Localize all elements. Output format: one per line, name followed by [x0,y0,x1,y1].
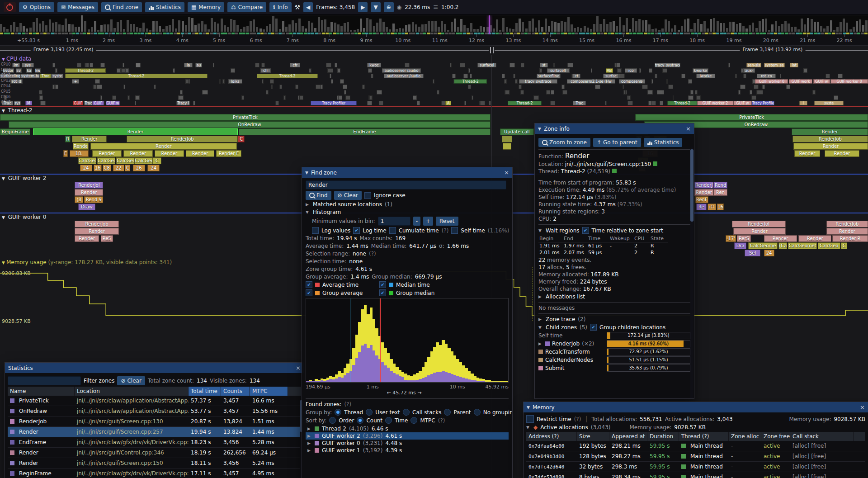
cpu-zone-segment[interactable]: syste [814,101,844,105]
cpu-zone-segment[interactable]: system-backe [21,74,40,78]
cpu-zone-segment[interactable]: GUIF worker 2 [697,101,734,105]
radio-time[interactable] [385,417,392,424]
cpu-zone-segment[interactable]: surfacel [477,63,496,67]
column-header-appearedat[interactable]: Appeared at [609,432,647,441]
zone-segment[interactable]: Sel [745,250,760,256]
zone-segment[interactable]: Update call [500,128,534,135]
find-button[interactable]: Find [306,191,331,200]
min-bin-decrease-button[interactable]: - [413,217,420,226]
collapse-icon[interactable]: ▼ [526,425,531,430]
zone-info-scrollbar[interactable] [690,147,693,399]
cpu-zone-segment[interactable]: aux- [743,68,755,73]
checkbox-self-time[interactable] [451,227,458,234]
reset-button[interactable]: Reset [436,217,458,226]
allocation-row[interactable]: 0x7dfc53d8988 bytes298.34 ms59.95 sMain … [526,472,865,478]
min-bin-increase-button[interactable]: + [423,217,433,226]
cpu-zone-segment[interactable]: AB [606,68,613,73]
cpu-zone-segment[interactable] [136,63,141,67]
zone-segment[interactable]: rff [708,204,716,210]
legend-checkbox[interactable]: ✔ [379,281,386,288]
radio-order[interactable] [329,417,336,424]
zone-segment[interactable]: Render [186,150,214,157]
allocation-row[interactable]: 0x7dfaa64e00192 bytes298.21 ms59.95 sMai… [526,441,865,451]
collapse-icon[interactable]: ▼ [538,127,541,131]
cpu-zone-segment[interactable]: st [540,63,547,67]
zone-segment[interactable]: (8 [75,196,83,203]
checkbox-log-values[interactable] [312,227,319,234]
child-zone-row[interactable]: Submit35.63 µs (0.79%) [538,364,690,372]
column-header-thread[interactable]: Thread (?) [679,432,729,441]
cpu-zone-segment[interactable]: GUIF worker 0 [755,79,788,84]
column-header-name[interactable]: Name [8,387,75,396]
zone-segment[interactable]: F [63,150,68,157]
zone-segment[interactable]: Render [155,150,184,157]
expand-icon[interactable]: ▶ [307,448,312,453]
zone-segment[interactable]: RenderJ [694,182,713,189]
legend-checkbox[interactable]: ✔ [379,289,386,296]
zone-segment[interactable]: Render [792,128,868,135]
collapse-icon[interactable]: ▼ [538,228,543,233]
child-zone-row[interactable]: ▶RenderJob(×2)4.16 ms (92.60%) [538,340,690,347]
zone-segment[interactable] [502,136,512,142]
zone-segment[interactable]: CalcGeome [78,157,96,164]
cpu-zone-segment[interactable]: surfacefline [537,74,561,78]
collapse-icon[interactable]: ▼ [306,210,310,214]
cpu-zone-segment[interactable]: Tracy I [176,101,190,105]
child-zone-row[interactable]: RecalcTransform72.92 µs (1.62%) [538,348,690,355]
cpu-zone-segment[interactable]: surfacefl [547,68,570,73]
cpu-zone-segment[interactable]: iworke [696,74,715,78]
cpu-zone-segment[interactable]: composer@2.1-se (Hw [567,79,616,84]
zone-segment[interactable]: Render F [216,150,241,157]
expand-icon[interactable]: ▶ [538,317,543,322]
cpu-zone-segment[interactable]: Thread-2 [65,68,106,73]
group-children-checkbox[interactable]: ✔ [590,324,597,331]
zone-segment[interactable]: C [841,242,847,249]
zone-segment[interactable]: RenF [695,196,708,203]
cpu-zone-segment[interactable]: composer@ [619,79,645,84]
close-icon[interactable]: × [504,169,509,176]
restrict-time-checkbox[interactable] [526,415,534,423]
zone-segment[interactable]: Render [72,136,107,142]
clear-button[interactable]: ⊘Clear [334,191,362,200]
cpu-zone-segment[interactable]: GUIF w [733,101,751,105]
zone-segment[interactable]: RerS [737,235,751,242]
zone-segment[interactable]: Re5 [101,235,113,242]
messages-button[interactable]: ✉Messages [57,2,98,12]
expand-icon[interactable]: ▶ [307,434,312,438]
cpu-zone-segment[interactable]: lgiks [228,79,242,84]
child-zone-row[interactable]: Self time172.14 µs (3.83%) [538,332,690,339]
zone-segment[interactable]: Dra [734,242,746,249]
cpu-zone-segment[interactable]: GUIF work [789,79,812,84]
zone-segment[interactable]: Rende [73,143,89,150]
zone-segment[interactable]: RenderJob [793,136,868,142]
cpu-zone-segment[interactable]: Tracy Profiler [752,101,774,105]
statistics-row[interactable]: BeginFramejni/../jni/src/claw/gfx/drv/vk… [8,469,301,478]
cpu-zone-segment[interactable]: rot_d [10,79,23,84]
cpu-zone-segment[interactable]: rot_co [757,74,776,78]
radio-mtpc[interactable] [410,417,417,424]
cpu-zone-segment[interactable]: M [25,101,32,105]
zone-segment[interactable]: Render [33,128,238,135]
cpu-zone-segment[interactable]: Tracy Profiler [311,101,357,105]
zone-segment[interactable]: Re [696,204,707,210]
cpu-zone-segment[interactable]: ia [184,63,193,67]
goto-frame-button[interactable]: ⊕ [384,2,394,12]
cpu-zone-segment[interactable]: tracy_systrace [655,63,681,67]
zone-segment[interactable]: Ren [713,189,727,196]
collapse-icon[interactable]: ▼ [305,170,308,175]
zone-segment[interactable]: 24 [80,165,92,171]
find-zone-button[interactable]: Find zone [101,2,142,12]
find-zone-search-input[interactable] [306,180,506,189]
zone-segment[interactable]: Render [825,150,859,157]
zone-segment[interactable]: C8 [103,165,111,171]
expand-icon[interactable]: ▶ [538,341,543,346]
statistics-row[interactable]: EndFramejni/../jni/src/claw/gfx/drv/vk/D… [8,437,301,448]
close-icon[interactable]: × [860,404,865,411]
cpu-zone-segment[interactable]: cfr [290,63,300,67]
time-relative-checkbox[interactable]: ✔ [582,227,589,234]
zone-segment[interactable]: PrivateTick [0,114,491,121]
zone-segment[interactable]: CalcGeome [748,242,778,249]
cpu-zone-segment[interactable]: tracy_systrace [519,79,557,84]
cpu-data-header[interactable]: ▼CPU data [0,55,868,62]
filter-zones-input[interactable] [8,376,81,385]
